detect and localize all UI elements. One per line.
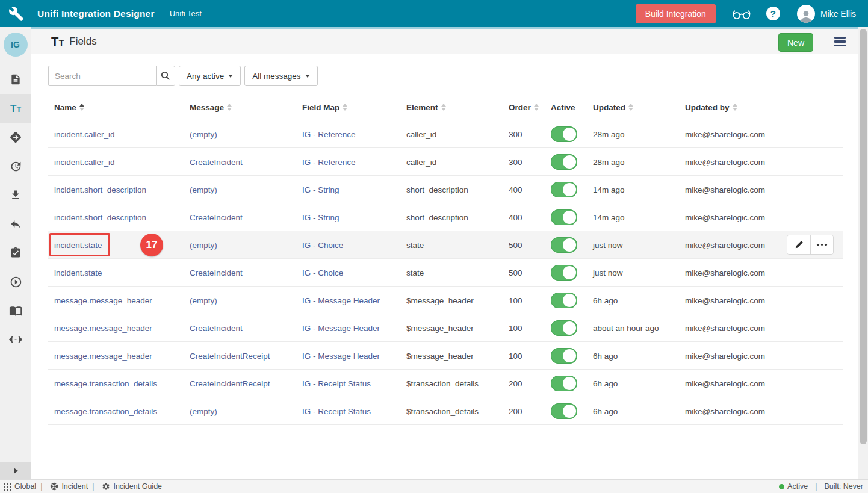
integration-avatar[interactable]: IG <box>4 33 28 57</box>
separator: | <box>92 482 94 491</box>
field-map-link[interactable]: IG - Message Header <box>302 296 380 305</box>
sidebar-item-tasks[interactable] <box>0 238 31 267</box>
field-name-link[interactable]: incident.caller_id <box>54 130 115 139</box>
field-name-link[interactable]: incident.caller_id <box>54 158 115 167</box>
field-map-link[interactable]: IG - Reference <box>302 158 356 167</box>
table-row: incident.stateCreateIncidentIG - Choices… <box>48 259 843 287</box>
active-toggle[interactable] <box>551 293 577 308</box>
active-toggle[interactable] <box>551 126 577 142</box>
preview-glasses-icon[interactable] <box>731 7 752 20</box>
scope-indicator[interactable]: Global <box>4 482 36 491</box>
message-cell: (empty) <box>190 407 302 416</box>
field-map-link[interactable]: IG - Choice <box>302 241 343 250</box>
field-map-link[interactable]: IG - String <box>302 185 339 194</box>
active-toggle[interactable] <box>551 376 577 391</box>
table-row: incident.short_description(empty)IG - St… <box>48 176 843 203</box>
field-name-link[interactable]: incident.state <box>54 268 102 278</box>
message-link[interactable]: CreateIncidentReceipt <box>190 379 270 388</box>
scrollbar-thumb[interactable] <box>860 29 867 444</box>
message-cell: (empty) <box>190 185 302 194</box>
field-name-link[interactable]: incident.short_description <box>54 185 146 194</box>
message-filter-dropdown[interactable]: All messages <box>244 66 317 86</box>
column-header-order[interactable]: Order <box>504 103 547 112</box>
message-link[interactable]: (empty) <box>190 407 217 416</box>
column-header-message[interactable]: Message <box>190 103 302 112</box>
column-header-updated[interactable]: Updated <box>589 103 681 112</box>
message-link[interactable]: (empty) <box>190 296 217 305</box>
message-link[interactable]: CreateIncident <box>190 158 243 167</box>
sidebar-item-messages[interactable] <box>0 65 31 94</box>
field-name-link[interactable]: message.transaction_details <box>54 407 157 416</box>
message-link[interactable]: CreateIncident <box>190 268 243 278</box>
column-header-field-map[interactable]: Field Map <box>302 103 406 112</box>
sidebar-item-history[interactable] <box>0 152 31 181</box>
left-sidebar: IG TT <box>0 27 31 479</box>
active-cell <box>547 265 589 281</box>
environment-name[interactable]: Unifi Test <box>170 9 202 18</box>
edit-button[interactable] <box>787 235 810 254</box>
message-link[interactable]: (empty) <box>190 185 217 194</box>
field-name-link[interactable]: message.message_header <box>54 324 152 333</box>
sidebar-item-fields[interactable]: TT <box>0 94 31 123</box>
message-link[interactable]: (empty) <box>190 130 217 139</box>
user-name[interactable]: Mike Ellis <box>820 9 856 19</box>
sidebar-item-field-maps[interactable] <box>0 123 31 152</box>
field-map-link[interactable]: IG - Receipt Status <box>302 379 371 388</box>
build-integration-button[interactable]: Build Integration <box>636 4 716 23</box>
field-name-link[interactable]: message.transaction_details <box>54 379 157 388</box>
active-toggle[interactable] <box>551 237 577 253</box>
more-actions-button[interactable] <box>810 235 833 254</box>
user-avatar[interactable] <box>797 5 815 23</box>
active-toggle[interactable] <box>551 154 577 170</box>
field-map-link[interactable]: IG - Choice <box>302 268 343 278</box>
toggle-knob <box>563 349 576 362</box>
column-header-element[interactable]: Element <box>406 103 504 112</box>
message-link[interactable]: CreateIncident <box>190 213 243 222</box>
new-button[interactable]: New <box>778 33 813 52</box>
message-link[interactable]: CreateIncident <box>190 324 243 333</box>
process-indicator[interactable]: Incident <box>50 482 88 491</box>
active-toggle[interactable] <box>551 348 577 364</box>
search-input[interactable] <box>48 66 156 86</box>
active-toggle[interactable] <box>551 403 577 419</box>
integration-indicator[interactable]: Incident Guide <box>102 482 162 491</box>
separator: | <box>815 482 817 491</box>
message-link[interactable]: CreateIncidentReceipt <box>190 352 270 361</box>
sidebar-item-run[interactable] <box>0 267 31 296</box>
sidebar-item-documentation[interactable] <box>0 296 31 325</box>
updated-cell: 14m ago <box>589 185 681 194</box>
field-map-link[interactable]: IG - Message Header <box>302 324 380 333</box>
sidebar-item-revert[interactable] <box>0 209 31 238</box>
sort-icon <box>534 104 539 111</box>
column-header-updated-by[interactable]: Updated by <box>681 103 795 112</box>
field-map-link[interactable]: IG - Receipt Status <box>302 407 371 416</box>
field-map-link[interactable]: IG - String <box>302 213 339 222</box>
column-header-active[interactable]: Active <box>547 103 589 112</box>
field-name-link[interactable]: message.message_header <box>54 296 152 305</box>
field-name-link[interactable]: incident.short_description <box>54 213 146 222</box>
name-cell: incident.short_description <box>48 203 190 231</box>
vertical-scrollbar[interactable] <box>858 27 868 479</box>
field-map-cell: IG - Choice <box>302 268 406 278</box>
toggle-knob <box>563 405 576 418</box>
separator: | <box>40 482 42 491</box>
search-button[interactable] <box>156 66 175 86</box>
sidebar-item-scripts[interactable] <box>0 325 31 354</box>
active-toggle[interactable] <box>551 320 577 336</box>
active-cell <box>547 126 589 142</box>
menu-icon[interactable] <box>834 37 846 46</box>
message-link[interactable]: (empty) <box>190 241 217 250</box>
fields-icon: TT <box>10 104 21 114</box>
active-filter-dropdown[interactable]: Any active <box>179 66 241 86</box>
field-name-link[interactable]: message.message_header <box>54 352 152 361</box>
help-icon[interactable]: ? <box>766 7 780 20</box>
active-toggle[interactable] <box>551 209 577 225</box>
sidebar-item-import[interactable] <box>0 181 31 209</box>
field-name-link[interactable]: incident.state <box>54 241 102 250</box>
field-map-link[interactable]: IG - Reference <box>302 130 356 139</box>
active-toggle[interactable] <box>551 265 577 281</box>
field-map-link[interactable]: IG - Message Header <box>302 352 380 361</box>
column-header-name[interactable]: Name <box>48 93 190 121</box>
active-toggle[interactable] <box>551 182 577 197</box>
sidebar-expand-button[interactable] <box>0 462 31 479</box>
